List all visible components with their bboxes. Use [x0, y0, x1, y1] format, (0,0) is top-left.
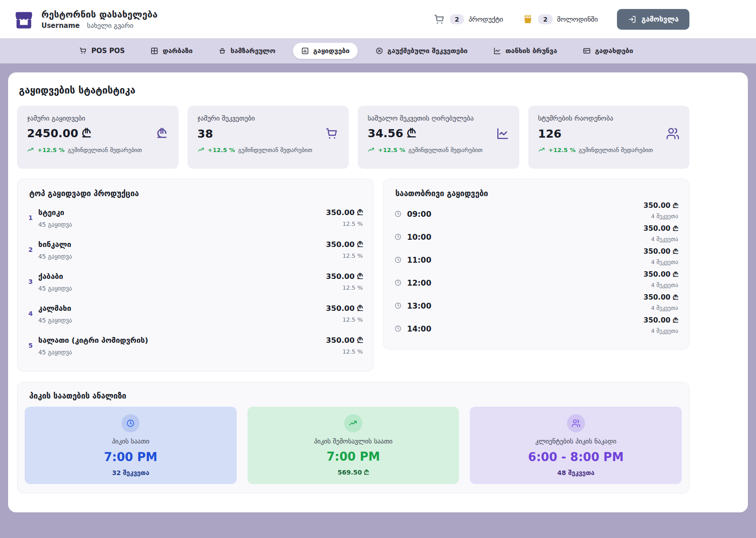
- peak-card-label: პიკის შემოსავლის საათი: [314, 438, 393, 445]
- hourly-row: 10:00 350.00 ₾ 4 შეკვეთა: [394, 225, 678, 248]
- trend-up-icon: [344, 414, 362, 432]
- header-actions: 2 პროდუქტი 2 მოლოდინში გამოსვლა: [434, 9, 689, 30]
- app-header: რესტორნის დასახელება Username სახელი გვა…: [0, 0, 756, 38]
- card-icon: [583, 47, 591, 55]
- cart-status[interactable]: 2 პროდუქტი: [434, 13, 503, 25]
- lari-icon: ₾: [155, 127, 169, 140]
- product-row: 2 ხინკალი 45 გაყიდვა 350.00 ₾ 12.5 %: [28, 234, 363, 266]
- peak-card-label: კლიენტების პიკის ნაკადი: [535, 438, 616, 445]
- clock-icon: [394, 233, 402, 241]
- nav-tab-label: გაუქმებული შეკვეთები: [387, 47, 468, 55]
- hourly-orders: 4 შეკვეთა: [644, 305, 678, 311]
- hourly-time: 09:00: [407, 210, 431, 219]
- product-percent: 12.5 %: [326, 284, 363, 291]
- product-amount: 350.00 ₾: [326, 240, 363, 249]
- product-name: კალმახი: [38, 304, 326, 313]
- product-figures: 350.00 ₾ 12.5 %: [326, 240, 363, 259]
- top-products-title: ტოპ გაყიდვადი პროდუქცია: [29, 189, 363, 198]
- product-percent: 12.5 %: [326, 252, 363, 259]
- stat-value-row: 126: [538, 127, 680, 140]
- product-figures: 350.00 ₾ 12.5 %: [326, 336, 363, 355]
- hourly-time: 14:00: [407, 324, 431, 333]
- nav-tab[interactable]: თანხის ბრუნვა: [485, 43, 565, 59]
- hourly-row: 12:00 350.00 ₾ 4 შეკვეთა: [394, 271, 678, 294]
- hourly-time-cell: 12:00: [394, 278, 431, 287]
- stat-value: 126: [538, 127, 562, 140]
- product-row: 4 კალმახი 45 გაყიდვა 350.00 ₾ 12.5 %: [28, 298, 363, 330]
- product-amount: 350.00 ₾: [326, 336, 363, 345]
- nav-tab[interactable]: გაყიდვები: [293, 43, 358, 59]
- product-sales-count: 45 გაყიდვა: [38, 221, 326, 228]
- line-chart-icon: [493, 47, 501, 55]
- cart-label: პროდუქტი: [468, 15, 503, 23]
- product-info: სტეიკი 45 გაყიდვა: [38, 208, 326, 228]
- stat-trend: +12.5 % გუშინდელთან შედარებით: [368, 146, 509, 153]
- peak-analysis-title: პიკის საათების ანალიზი: [29, 391, 682, 400]
- peak-card-subvalue: 569.50 ₾: [338, 469, 369, 476]
- hourly-time: 13:00: [407, 301, 431, 310]
- product-amount: 350.00 ₾: [326, 208, 363, 217]
- product-figures: 350.00 ₾ 12.5 %: [326, 304, 363, 323]
- stat-label: ჯამური გაყიდვები: [27, 114, 169, 122]
- trend-up-icon: [198, 146, 205, 153]
- hourly-figures: 350.00 ₾ 4 შეკვეთა: [644, 247, 678, 265]
- product-sales-count: 45 გაყიდვა: [38, 317, 326, 324]
- product-percent: 12.5 %: [326, 348, 363, 355]
- hourly-orders: 4 შეკვეთა: [644, 327, 678, 334]
- clock-icon: [394, 279, 402, 287]
- hourly-figures: 350.00 ₾ 4 შეკვეთა: [644, 316, 678, 334]
- product-rank: 5: [28, 342, 38, 349]
- hourly-amount: 350.00 ₾: [644, 247, 678, 256]
- trend-note: გუშინდელთან შედარებით: [409, 147, 483, 153]
- product-info: სალათი (კიტრი პომიდვრის) 45 გაყიდვა: [38, 336, 326, 356]
- peak-card-value: 7:00 PM: [327, 450, 380, 463]
- brand: რესტორნის დასახელება Username სახელი გვა…: [14, 9, 158, 30]
- trend-note: გუშინდელთან შედარებით: [68, 147, 142, 153]
- trend-up-icon: [538, 146, 545, 153]
- product-percent: 12.5 %: [326, 220, 363, 227]
- peak-card: პიკის შემოსავლის საათი 7:00 PM 569.50 ₾: [248, 407, 459, 484]
- product-name: სალათი (კიტრი პომიდვრის): [38, 336, 326, 345]
- nav-tab[interactable]: გადახდები: [575, 43, 641, 59]
- product-row: 1 სტეიკი 45 გაყიდვა 350.00 ₾ 12.5 %: [28, 202, 363, 234]
- nav-tab[interactable]: POS POS: [71, 43, 133, 59]
- hourly-orders: 4 შეკვეთა: [644, 236, 678, 242]
- stat-card: სტუმრების რაოდენობა 126 +12.5 % გუშინდელ…: [528, 106, 690, 169]
- clock-icon: [394, 210, 402, 218]
- peak-card-value: 7:00 PM: [104, 450, 158, 464]
- nav-tab[interactable]: დარბაზი: [142, 43, 201, 59]
- hourly-figures: 350.00 ₾ 4 შეკვეთა: [644, 293, 678, 311]
- product-sales-count: 45 გაყიდვა: [38, 285, 326, 292]
- product-rank: 1: [28, 214, 38, 221]
- stat-card: ჯამური გაყიდვები 2450.00 ₾ ₾ +12.5 % გუშ…: [17, 106, 179, 169]
- trend-percent: +12.5 %: [549, 147, 576, 153]
- product-name: ქაბაბი: [38, 272, 326, 281]
- logout-button[interactable]: გამოსვლა: [617, 9, 689, 30]
- kitchen-pot-icon: [218, 47, 226, 55]
- peak-card-value: 6:00 - 8:00 PM: [528, 450, 624, 464]
- hourly-amount: 350.00 ₾: [644, 270, 678, 278]
- hourly-row: 09:00 350.00 ₾ 4 შეკვეთა: [394, 202, 678, 225]
- stat-label: საშუალო შეკვეთის ღირებულება: [368, 114, 509, 122]
- hourly-amount: 350.00 ₾: [644, 316, 678, 324]
- nav-tab-label: თანხის ბრუნვა: [505, 47, 557, 55]
- hourly-orders: 4 შეკვეთა: [644, 282, 678, 288]
- product-rank: 3: [28, 278, 38, 285]
- peak-analysis-panel: პიკის საათების ანალიზი პიკის საათი 7:00 …: [17, 382, 689, 493]
- hourly-time-cell: 10:00: [394, 233, 431, 242]
- store-icon: [14, 9, 34, 30]
- peak-cards-grid: პიკის საათი 7:00 PM 32 შეკვეთა პიკის შემ…: [25, 407, 682, 484]
- nav-tab[interactable]: სამზარეულო: [210, 43, 284, 59]
- pending-status[interactable]: 2 მოლოდინში: [522, 13, 598, 25]
- hourly-amount: 350.00 ₾: [644, 202, 678, 210]
- hourly-row: 13:00 350.00 ₾ 4 შეკვეთა: [394, 294, 678, 317]
- nav-tab[interactable]: გაუქმებული შეკვეთები: [367, 43, 476, 59]
- brand-text: რესტორნის დასახელება Username სახელი გვა…: [41, 9, 158, 30]
- middle-panels: ტოპ გაყიდვადი პროდუქცია 1 სტეიკი 45 გაყი…: [17, 179, 689, 372]
- stat-value: 2450.00 ₾: [27, 127, 91, 140]
- hourly-sales-panel: საათობრივი გაყიდვები 09:00 350.00 ₾ 4 შე…: [383, 179, 689, 350]
- stat-label: სტუმრების რაოდენობა: [538, 114, 680, 122]
- hourly-time-cell: 14:00: [394, 324, 431, 333]
- pending-count-badge: 2: [538, 14, 553, 24]
- hourly-sales-title: საათობრივი გაყიდვები: [395, 189, 678, 198]
